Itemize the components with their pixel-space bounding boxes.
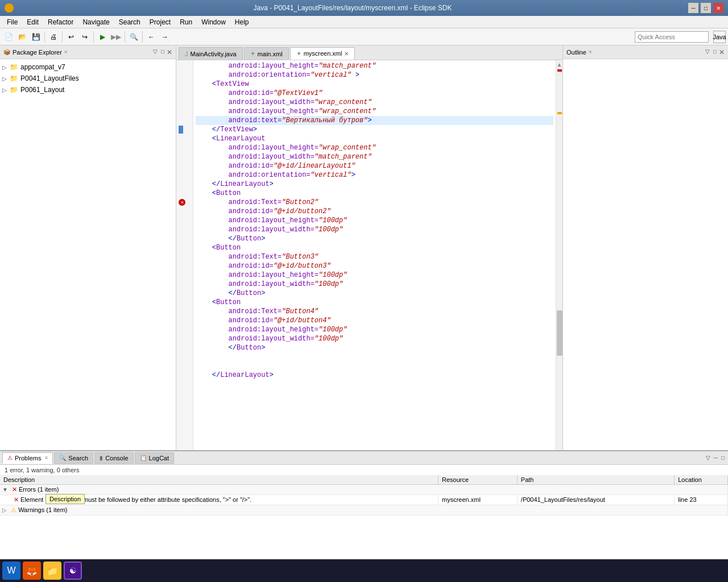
menu-project[interactable]: Project [145, 17, 175, 27]
menu-run[interactable]: Run [175, 17, 197, 27]
toolbar-print[interactable]: 🖨 [47, 31, 60, 43]
tab-close-myscreen[interactable]: ✕ [344, 51, 349, 57]
problems-tab[interactable]: ⚠ Problems × [2, 452, 53, 464]
bottom-panel-chevron[interactable]: ▽ [705, 455, 712, 461]
scroll-up-arrow[interactable]: ▲ [556, 60, 562, 69]
tooltip-row: Description [0, 505, 728, 506]
error-item-row[interactable]: ✕ Element type "Button" must be followed… [0, 495, 728, 505]
code-line: android:layout_height="100dp" [196, 216, 553, 225]
toolbar-search-btn[interactable]: 🔍 [127, 31, 140, 43]
code-line: android:id="@+id/button2" [196, 207, 553, 216]
menu-file[interactable]: File [2, 17, 22, 27]
menu-refactor[interactable]: Refactor [43, 17, 78, 27]
taskbar-eclipse[interactable]: ☯ [64, 562, 82, 580]
folder-icon-p0061: 📁 [9, 85, 18, 94]
errors-expand-btn[interactable]: ▼ [2, 487, 8, 493]
tree-item-p0061[interactable]: ▷ 📁 P0061_Layout [0, 84, 176, 95]
tab-myscreen[interactable]: ✦ myscreen.xml ✕ [290, 47, 355, 60]
tree-item-p0041[interactable]: ▷ 📁 P0041_LayoutFiles [0, 73, 176, 84]
tab-mainactivity[interactable]: J MainActivity.java [179, 47, 243, 60]
menu-edit[interactable]: Edit [22, 17, 43, 27]
package-explorer-title-area: 📦 Package Explorer × [3, 49, 68, 56]
package-explorer-header: 📦 Package Explorer × ▽ □ ✕ [0, 45, 176, 59]
menu-window[interactable]: Window [197, 17, 230, 27]
code-line: android:layout_width="100dp" [196, 280, 553, 289]
code-line: </LinearLayout> [196, 371, 553, 380]
problems-table: Description Resource Path Location ▼ ✕ E… [0, 475, 728, 516]
code-line: android:id="@+id/button3" [196, 261, 553, 271]
toolbar-run[interactable]: ▶▶ [110, 31, 122, 43]
close-button[interactable]: ✕ [713, 3, 723, 13]
window-title: Java - P0041_LayoutFiles/res/layout/mysc… [17, 4, 688, 12]
code-line: <Button [196, 189, 553, 198]
description-tooltip: Description [46, 494, 85, 504]
maximize-panel-button[interactable]: □ [160, 48, 166, 56]
error-resource-cell: myscreen.xml [439, 495, 518, 505]
problems-content: 1 error, 1 warning, 0 others Description… [0, 465, 728, 569]
warnings-expand-btn[interactable]: ▷ [2, 507, 7, 513]
toolbar-redo[interactable]: ↪ [78, 31, 91, 43]
quick-access-input[interactable] [635, 31, 709, 43]
error-marker: ✕ [179, 199, 185, 206]
console-tab[interactable]: ▮ Console [94, 452, 133, 464]
col-path: Path [517, 475, 674, 485]
outline-title: Outline [566, 49, 586, 56]
bookmark-marker [179, 126, 183, 134]
menu-bar: File Edit Refactor Navigate Search Proje… [0, 16, 728, 28]
minimize-panel-button[interactable]: ▽ [152, 48, 159, 56]
outline-close[interactable]: ✕ [719, 48, 725, 56]
warnings-group-row[interactable]: ▷ ⚠ Warnings (1 item) [0, 505, 728, 516]
maximize-button[interactable]: □ [701, 3, 711, 13]
menu-navigate[interactable]: Navigate [78, 17, 114, 27]
code-line: android:id="@+id/button4" [196, 316, 553, 325]
code-line: android:layout_width="wrap_content" [196, 98, 553, 107]
error-location-cell: line 23 [675, 495, 728, 505]
menu-search[interactable]: Search [114, 17, 145, 27]
search-tab-icon: 🔍 [59, 455, 66, 461]
toolbar-debug[interactable]: ▶ [96, 31, 109, 43]
code-line: android:layout_height="match_parent" [196, 61, 553, 70]
toolbar-undo[interactable]: ↩ [65, 31, 77, 43]
tab-mainxml[interactable]: ✦ main.xml [244, 47, 289, 60]
errors-group-row[interactable]: ▼ ✕ Errors (1 item) [0, 485, 728, 495]
toolbar-sep-4 [125, 31, 125, 43]
taskbar-explorer[interactable]: 📁 [43, 562, 61, 580]
close-panel-button[interactable]: ✕ [167, 48, 172, 56]
code-line [196, 361, 553, 371]
code-line: android:layout_height="100dp" [196, 325, 553, 334]
error-item-icon: ✕ [14, 496, 19, 503]
code-line: android:id="@TextViev1" [196, 89, 553, 98]
toolbar-open[interactable]: 📂 [16, 31, 28, 43]
search-tab[interactable]: 🔍 Search [54, 452, 93, 464]
editor-tabs: J MainActivity.java ✦ main.xml ✦ myscree… [176, 45, 562, 60]
toolbar-sep-3 [93, 31, 94, 43]
minimize-button[interactable]: ─ [688, 3, 698, 13]
tree-item-appcompat[interactable]: ▷ 📁 appcompat_v7 [0, 61, 176, 73]
code-line: android:orientation="vertical"> [196, 171, 553, 180]
folder-icon-p0041: 📁 [9, 74, 18, 83]
taskbar-firefox[interactable]: 🦊 [23, 562, 41, 580]
col-location: Location [675, 475, 728, 485]
xml-file-icon-main: ✦ [250, 50, 255, 57]
code-line: android:layout_width="100dp" [196, 225, 553, 234]
outline-minimize[interactable]: ▽ [704, 48, 711, 56]
scroll-warning-mark [557, 112, 562, 114]
bottom-panel-minimize[interactable]: ─ [713, 455, 719, 461]
toolbar-forward[interactable]: → [159, 31, 171, 43]
toolbar-save[interactable]: 💾 [30, 31, 42, 43]
taskbar-word[interactable]: W [2, 562, 20, 580]
logcat-tab[interactable]: 📋 LogCat [135, 452, 174, 464]
folder-icon: 📁 [9, 63, 18, 72]
bottom-panel-maximize[interactable]: □ [720, 455, 726, 461]
bottom-panel-tabs: ⚠ Problems × 🔍 Search ▮ Console 📋 LogCat [0, 451, 728, 465]
scroll-thumb[interactable] [557, 310, 562, 356]
java-perspective-button[interactable]: Java [713, 31, 726, 43]
menu-help[interactable]: Help [230, 17, 254, 27]
toolbar-back[interactable]: ← [145, 31, 158, 43]
package-explorer-badge: × [64, 49, 68, 55]
toolbar-new[interactable]: 📄 [2, 31, 15, 43]
warnings-group-label: Warnings (1 item) [18, 506, 67, 513]
code-line: <Button [196, 298, 553, 307]
outline-maximize[interactable]: □ [712, 48, 718, 56]
code-line [196, 352, 553, 361]
